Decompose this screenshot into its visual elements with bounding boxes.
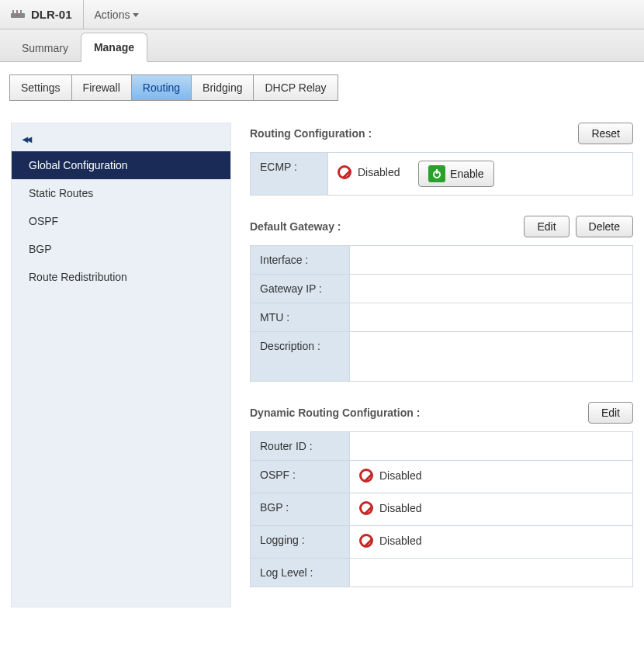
dg-description-value	[350, 332, 633, 382]
actions-menu[interactable]: Actions	[95, 9, 140, 21]
primary-tabs: Summary Manage	[0, 29, 644, 62]
edit-default-gateway-button[interactable]: Edit	[524, 216, 569, 237]
tab-manage[interactable]: Manage	[81, 33, 147, 62]
svg-rect-2	[16, 10, 18, 13]
dr-loglevel-value	[350, 559, 633, 587]
ecmp-label: ECMP :	[251, 153, 328, 196]
title-bar: DLR-01 Actions	[0, 0, 644, 29]
ecmp-status-text: Disabled	[358, 166, 400, 178]
dr-logging-value: Disabled	[350, 526, 633, 559]
svg-point-4	[13, 15, 15, 16]
tab-firewall[interactable]: Firewall	[72, 75, 132, 100]
content: ◂◂ Global Configuration Static Routes OS…	[0, 101, 644, 618]
dr-routerid-value	[350, 432, 633, 461]
dr-ospf-label: OSPF :	[251, 461, 350, 493]
dg-mtu-value	[350, 303, 633, 332]
ecmp-table: ECMP : Disabled En	[250, 152, 633, 196]
section-routing-config-head: Routing Configuration : Reset	[250, 123, 633, 144]
dg-interface-value	[350, 246, 633, 275]
sidebar-item-static-routes[interactable]: Static Routes	[12, 179, 230, 207]
dr-bgp-value: Disabled	[350, 493, 633, 526]
tab-summary[interactable]: Summary	[9, 34, 81, 62]
dr-ospf-status-text: Disabled	[379, 469, 421, 482]
svg-rect-3	[20, 10, 22, 13]
disabled-icon	[359, 501, 373, 515]
section-dynamic-routing-title: Dynamic Routing Configuration :	[250, 407, 582, 419]
dr-logging-label: Logging :	[251, 526, 350, 559]
disabled-icon	[359, 534, 373, 548]
svg-point-6	[19, 15, 21, 16]
dr-bgp-label: BGP :	[251, 493, 350, 526]
collapse-sidebar-icon[interactable]: ◂◂	[12, 123, 230, 151]
disabled-icon	[359, 469, 373, 483]
ecmp-status: Disabled	[338, 165, 400, 179]
secondary-tabs-wrap: Settings Firewall Routing Bridging DHCP …	[0, 62, 644, 101]
disabled-icon	[338, 165, 351, 179]
sidebar-item-route-redistribution[interactable]: Route Redistribution	[12, 263, 230, 291]
dynamic-routing-table: Router ID : OSPF : Disabled BGP : Dis	[250, 431, 633, 587]
secondary-tabs: Settings Firewall Routing Bridging DHCP …	[9, 74, 338, 101]
main-panel: Routing Configuration : Reset ECMP : Dis…	[250, 123, 633, 607]
dr-logging-status-text: Disabled	[379, 535, 421, 547]
enable-label: Enable	[450, 168, 484, 180]
actions-label: Actions	[95, 9, 130, 21]
sidebar: ◂◂ Global Configuration Static Routes OS…	[11, 123, 231, 607]
dg-gatewayip-label: Gateway IP :	[251, 275, 350, 303]
dr-routerid-label: Router ID :	[251, 432, 350, 461]
section-routing-config-title: Routing Configuration :	[250, 127, 572, 140]
enable-button[interactable]: Enable	[418, 161, 494, 187]
tab-bridging[interactable]: Bridging	[192, 75, 254, 100]
reset-button[interactable]: Reset	[578, 123, 633, 144]
dg-mtu-label: MTU :	[251, 303, 350, 332]
dg-gatewayip-value	[350, 275, 633, 303]
router-icon	[11, 9, 25, 20]
dr-ospf-value: Disabled	[350, 461, 633, 493]
ecmp-cell: Disabled Enable	[328, 153, 633, 196]
tab-settings[interactable]: Settings	[10, 75, 72, 100]
device-name: DLR-01	[31, 0, 84, 29]
dr-loglevel-label: Log Level :	[251, 559, 350, 587]
svg-point-5	[16, 15, 18, 16]
sidebar-item-global-configuration[interactable]: Global Configuration	[12, 151, 230, 179]
section-default-gateway-title: Default Gateway :	[250, 220, 518, 233]
power-icon	[428, 165, 445, 182]
tab-dhcp-relay[interactable]: DHCP Relay	[254, 75, 337, 100]
dr-bgp-status-text: Disabled	[379, 502, 421, 514]
delete-default-gateway-button[interactable]: Delete	[576, 216, 633, 237]
edit-dynamic-routing-button[interactable]: Edit	[588, 402, 633, 424]
sidebar-item-bgp[interactable]: BGP	[12, 235, 230, 263]
svg-rect-1	[12, 10, 14, 13]
sidebar-item-ospf[interactable]: OSPF	[12, 207, 230, 235]
default-gateway-table: Interface : Gateway IP : MTU : Descripti…	[250, 245, 633, 382]
section-default-gateway-head: Default Gateway : Edit Delete	[250, 216, 633, 237]
section-dynamic-routing-head: Dynamic Routing Configuration : Edit	[250, 402, 633, 424]
dg-interface-label: Interface :	[251, 246, 350, 275]
chevron-down-icon	[133, 13, 139, 17]
tab-routing[interactable]: Routing	[132, 75, 192, 100]
dg-description-label: Description :	[251, 332, 350, 382]
